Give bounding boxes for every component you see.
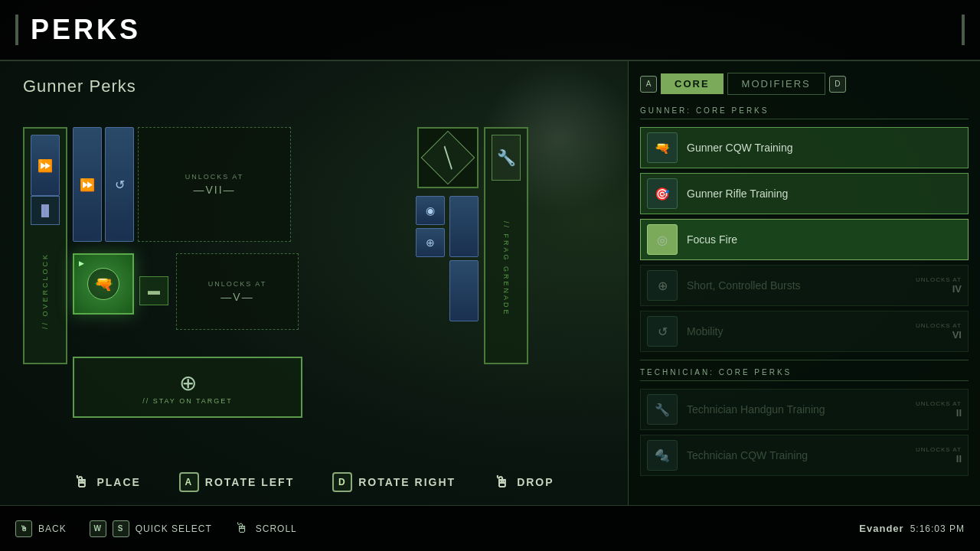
perk-rifle[interactable]: 🎯 Gunner Rifle Training xyxy=(640,173,969,214)
quick-select-w-key: W xyxy=(90,520,106,537)
mobility-unlock-value: VI xyxy=(916,329,962,341)
tech-cqw-unlock-value: II xyxy=(916,453,962,465)
perks-scroll-area[interactable]: GUNNER: CORE PERKS 🔫 Gunner CQW Training… xyxy=(640,106,969,481)
right-blue-slot-2[interactable] xyxy=(449,260,479,321)
right-slot-icon-1[interactable]: ◉ xyxy=(416,196,445,225)
perk-focus-name: Focus Fire xyxy=(687,233,962,246)
technician-section-header: TECHNICIAN: CORE PERKS xyxy=(640,368,969,381)
stay-on-target-label: // STAY ON TARGET xyxy=(142,397,233,405)
drop-action: 🖱 DROP xyxy=(494,474,554,491)
time-display: 5:16:03 PM xyxy=(910,523,965,534)
right-slot-icon-2[interactable]: ⊕ xyxy=(416,228,445,257)
perk-grid: ⏩ ▐▌ // OVERCLOCK ⏩ ↺ UNLOCKS AT —VII— ╱ xyxy=(23,112,528,418)
mouse-icon-place: 🖱 xyxy=(74,474,90,491)
mobility-unlock-label: UNLOCKS AT xyxy=(916,322,962,329)
tech-handgun-unlock: UNLOCKS AT II xyxy=(916,400,962,419)
perk-bursts-unlock: UNLOCKS AT IV xyxy=(916,276,962,295)
bottom-bar: 🖱 BACK W S QUICK SELECT 🖱 SCROLL Evander… xyxy=(0,505,980,551)
tech-handgun-unlock-value: II xyxy=(916,407,962,419)
scroll-mouse-icon: 🖱 xyxy=(235,520,250,536)
perk-cqw-name: Gunner CQW Training xyxy=(687,142,962,154)
rotate-left-key: A xyxy=(179,472,199,492)
locked-vii-level: —VII— xyxy=(193,184,235,196)
overclock-slot-1[interactable]: ⏩ xyxy=(31,135,60,196)
perk-cqw[interactable]: 🔫 Gunner CQW Training xyxy=(640,127,969,168)
perk-bursts-name: Short, Controlled Bursts xyxy=(687,279,906,292)
quick-select-s-key: S xyxy=(113,520,129,537)
active-green-perk[interactable]: ▶ 🔫 xyxy=(73,253,134,315)
page-title: PERKS xyxy=(31,14,141,46)
place-label: PLACE xyxy=(96,476,140,488)
right-blue-slot-1[interactable] xyxy=(449,196,479,257)
rotate-right-label: ROTATE RIGHT xyxy=(358,476,456,488)
frag-grenade-top-icon[interactable]: ╱ xyxy=(417,127,479,188)
tech-cqw-unlock: UNLOCKS AT II xyxy=(916,446,962,465)
perk-bursts-icon: ⊕ xyxy=(647,270,678,301)
perk-tech-cqw-icon: 🔩 xyxy=(647,440,678,471)
bottom-actions-bar: 🖱 PLACE A ROTATE LEFT D ROTATE RIGHT 🖱 D… xyxy=(0,459,628,505)
perk-mobility[interactable]: ↺ Mobility UNLOCKS AT VI xyxy=(640,311,969,352)
perk-tech-handgun[interactable]: 🔧 Technician Handgun Training UNLOCKS AT… xyxy=(640,389,969,430)
left-slot-group: ⏩ ↺ xyxy=(73,127,134,249)
stay-on-target-zone[interactable]: ⊕ // STAY ON TARGET xyxy=(73,357,302,418)
quick-select-action[interactable]: W S QUICK SELECT xyxy=(90,520,212,537)
tech-handgun-unlock-label: UNLOCKS AT xyxy=(916,400,962,407)
back-action[interactable]: 🖱 BACK xyxy=(15,520,67,537)
back-mouse-icon: 🖱 xyxy=(15,520,32,537)
core-tab-key: A xyxy=(640,76,657,93)
tab-modifiers[interactable]: MODIFIERS xyxy=(727,73,825,95)
frag-icon: ╱ xyxy=(421,131,475,185)
right-slot-group-col2: ◉ ⊕ xyxy=(416,196,445,257)
rotate-left-action: A ROTATE LEFT xyxy=(179,472,294,492)
back-label: BACK xyxy=(38,523,67,534)
overclock-slot-ammo[interactable]: ▐▌ xyxy=(31,196,60,225)
blue-slot-2[interactable]: ↺ xyxy=(105,127,134,242)
place-action: 🖱 PLACE xyxy=(74,474,140,491)
small-slot-middle[interactable]: ▬ xyxy=(139,276,168,305)
right-slot-group-col1 xyxy=(449,196,479,321)
gunner-section-header: GUNNER: CORE PERKS xyxy=(640,106,969,119)
user-info: Evander 5:16:03 PM xyxy=(859,523,965,534)
bursts-unlock-value: IV xyxy=(916,283,962,295)
top-bar-accent-left xyxy=(15,15,18,45)
perk-tech-cqw-name: Technician CQW Training xyxy=(687,449,906,461)
frag-grenade-label: // FRAG GRENADE xyxy=(502,181,510,357)
rotate-right-action: D ROTATE RIGHT xyxy=(332,472,456,492)
rotate-left-label: ROTATE LEFT xyxy=(205,476,294,488)
modifiers-tab-key: D xyxy=(829,76,846,93)
blue-slot-1[interactable]: ⏩ xyxy=(73,127,102,242)
tab-core[interactable]: CORE xyxy=(661,73,724,94)
perk-tech-cqw[interactable]: 🔩 Technician CQW Training UNLOCKS AT II xyxy=(640,435,969,476)
perk-focus-fire[interactable]: ◎ Focus Fire xyxy=(640,219,969,260)
perk-focus-icon: ◎ xyxy=(647,224,678,255)
quick-select-label: QUICK SELECT xyxy=(136,523,212,534)
top-bar: PERKS xyxy=(0,0,980,61)
perk-mobility-unlock: UNLOCKS AT VI xyxy=(916,322,962,341)
section-title: Gunner Perks xyxy=(23,77,605,96)
tech-cqw-unlock-label: UNLOCKS AT xyxy=(916,446,962,453)
frag-sidebar-icon[interactable]: 🔧 xyxy=(492,135,521,181)
locked-zone-vii: UNLOCKS AT —VII— xyxy=(138,127,291,242)
perk-cqw-icon: 🔫 xyxy=(647,132,678,163)
locked-vii-label: UNLOCKS AT xyxy=(185,173,243,181)
right-panel: A CORE MODIFIERS D GUNNER: CORE PERKS 🔫 … xyxy=(628,61,980,505)
rotate-right-key: D xyxy=(332,472,352,492)
perk-tech-handgun-name: Technician Handgun Training xyxy=(687,403,906,416)
overclock-label: // OVERCLOCK xyxy=(41,225,49,357)
locked-v-level: —V— xyxy=(220,291,253,303)
username: Evander xyxy=(859,523,903,534)
scroll-label: SCROLL xyxy=(256,523,297,534)
scroll-action[interactable]: 🖱 SCROLL xyxy=(235,520,297,536)
perk-tech-handgun-icon: 🔧 xyxy=(647,394,678,425)
active-perk-icon: 🔫 xyxy=(87,268,119,300)
perk-rifle-icon: 🎯 xyxy=(647,178,678,209)
perk-mobility-name: Mobility xyxy=(687,325,906,337)
top-bar-accent-right xyxy=(962,15,965,45)
target-icon: ⊕ xyxy=(179,370,197,396)
perk-rifle-name: Gunner Rifle Training xyxy=(687,187,962,200)
frag-grenade-sidebar: 🔧 // FRAG GRENADE xyxy=(484,127,528,364)
main-content: Gunner Perks ⏩ ▐▌ // OVERCLOCK ⏩ ↺ UNLOC… xyxy=(0,61,628,505)
locked-v-label: UNLOCKS AT xyxy=(208,280,266,288)
section-separator xyxy=(640,360,969,360)
perk-bursts[interactable]: ⊕ Short, Controlled Bursts UNLOCKS AT IV xyxy=(640,265,969,306)
